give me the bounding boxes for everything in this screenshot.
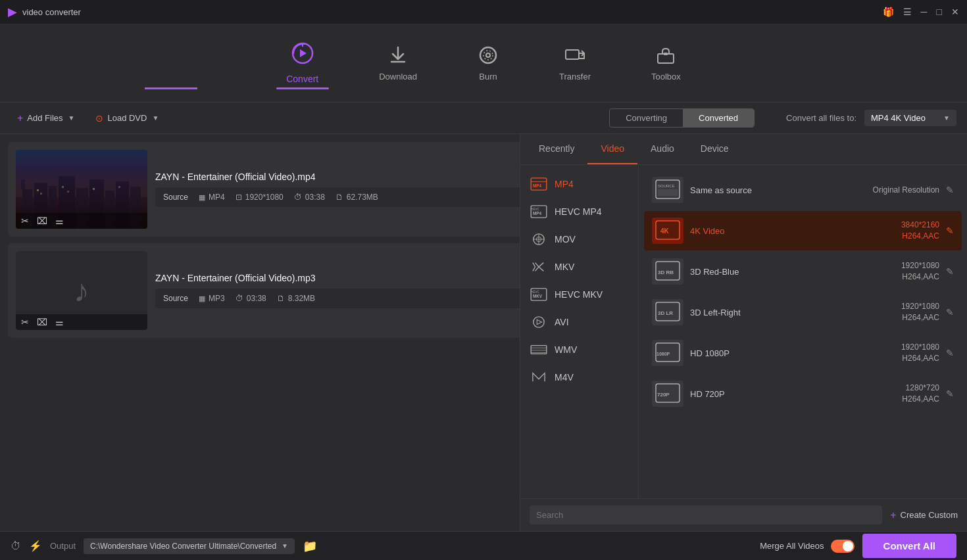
file-icon: 🗋 — [277, 294, 285, 303]
svg-text:3D RB: 3D RB — [658, 269, 674, 275]
burn-nav-label: Burn — [479, 72, 497, 82]
hd-1080p-label: HD 1080P — [690, 348, 901, 358]
nav-item-download[interactable]: Download — [368, 39, 428, 87]
app-title: video converter — [22, 7, 81, 17]
format-list-item-hevc-mp4[interactable]: HEVC MP4 HEVC MP4 — [520, 198, 638, 225]
maximize-icon[interactable]: □ — [937, 7, 942, 17]
format-option-4k[interactable]: 4K 4K Video 3840*2160H264,AAC ✎ — [644, 211, 962, 250]
resolution-icon: ⊡ — [236, 193, 242, 202]
clock-icon: ⏱ — [294, 193, 302, 202]
tab-converting[interactable]: Converting — [610, 109, 683, 127]
hd-720p-res: 1280*720H264,AAC — [902, 383, 939, 405]
convert-all-to-label: Convert all files to: — [786, 113, 856, 123]
format-list-item-mp4[interactable]: MP4 MP4 — [520, 170, 638, 198]
tab-video[interactable]: Video — [587, 134, 637, 164]
cut-icon[interactable]: ✂ — [21, 317, 29, 327]
crop-icon[interactable]: ⌧ — [37, 317, 47, 327]
app-icon: ▶ — [8, 5, 17, 19]
format-option-same-source[interactable]: SOURCE Same as source Original Resolutio… — [644, 170, 962, 210]
gift-icon[interactable]: 🎁 — [883, 7, 894, 17]
format-dropdown-icon: ▼ — [943, 114, 950, 122]
hd-1080p-format-icon: 1080P — [652, 340, 683, 366]
add-files-dropdown-icon[interactable]: ▼ — [68, 114, 75, 122]
format-list: MP4 MP4 HEVC MP4 HEVC MP4 — [520, 165, 639, 498]
nav-item-convert[interactable]: Convert — [276, 36, 329, 89]
edit-icon-3d-rb[interactable]: ✎ — [946, 266, 954, 277]
tab-converted[interactable]: Converted — [683, 109, 754, 127]
minimize-icon[interactable]: ─ — [921, 7, 928, 17]
svg-text:MKV: MKV — [533, 294, 543, 298]
load-dvd-button[interactable]: ⊙ Load DVD ▼ — [89, 109, 165, 128]
selected-format-label: MP4 4K Video — [871, 113, 926, 123]
format-list-item-wmv[interactable]: WMV — [520, 336, 638, 363]
format-option-3d-rb[interactable]: 3D RB 3D Red-Blue 1920*1080H264,AAC ✎ — [644, 252, 962, 291]
format-label-mov: MOV — [555, 234, 576, 245]
format-option-hd-1080p[interactable]: 1080P HD 1080P 1920*1080H264,AAC ✎ — [644, 333, 962, 373]
crop-icon[interactable]: ⌧ — [37, 216, 47, 226]
4k-format-icon: 4K — [652, 218, 683, 244]
convert-nav-label: Convert — [286, 74, 318, 84]
merge-section: Merge All Videos — [760, 540, 854, 553]
hd-1080p-res: 1920*1080H264,AAC — [901, 342, 939, 364]
plus-icon: + — [17, 112, 23, 124]
toolbox-nav-label: Toolbox — [651, 72, 681, 82]
tab-audio[interactable]: Audio — [637, 134, 687, 164]
menu-icon[interactable]: ☰ — [903, 7, 912, 17]
load-dvd-dropdown-icon[interactable]: ▼ — [152, 114, 159, 122]
avi-icon — [530, 315, 548, 329]
main-area: ✂ ⌧ ⚌ ZAYN - Entertainer (Official Video… — [0, 134, 967, 531]
close-icon[interactable]: ✕ — [951, 7, 959, 17]
format-list-item-m4v[interactable]: M4V — [520, 363, 638, 391]
edit-icon-4k[interactable]: ✎ — [946, 225, 954, 236]
format-option-hd-720p[interactable]: 720P HD 720P 1280*720H264,AAC ✎ — [644, 374, 962, 413]
edit-icon-3d-lr[interactable]: ✎ — [946, 307, 954, 317]
svg-text:HEVC: HEVC — [531, 291, 539, 294]
format-label-wmv: WMV — [555, 344, 577, 355]
edit-icon-same-source[interactable]: ✎ — [946, 185, 954, 195]
meta-size: 🗋 8.32MB — [277, 294, 315, 303]
tab-device[interactable]: Device — [687, 134, 742, 164]
add-files-button[interactable]: + Add Files ▼ — [11, 108, 81, 128]
source-label: Source — [163, 294, 188, 303]
svg-text:HEVC: HEVC — [531, 208, 539, 211]
mkv-icon — [530, 260, 548, 274]
svg-text:MP4: MP4 — [533, 211, 542, 216]
format-option-3d-lr[interactable]: 3D LR 3D Left-Right 1920*1080H264,AAC ✎ — [644, 292, 962, 332]
edit-icon-hd-1080p[interactable]: ✎ — [946, 348, 954, 358]
4k-res: 3840*2160H264,AAC — [901, 220, 939, 242]
nav-item-burn[interactable]: Burn — [467, 39, 509, 87]
transfer-nav-label: Transfer — [559, 72, 591, 82]
format-list-item-avi[interactable]: AVI — [520, 308, 638, 336]
svg-rect-5 — [658, 54, 674, 63]
cut-icon[interactable]: ✂ — [21, 216, 29, 226]
convert-all-button[interactable]: Convert All — [862, 534, 956, 558]
search-input[interactable] — [530, 505, 882, 525]
svg-point-2 — [486, 53, 490, 57]
format-list-item-mkv[interactable]: MKV — [520, 253, 638, 281]
bolt-icon[interactable]: ⚡ — [29, 540, 42, 552]
3d-rb-format-icon: 3D RB — [652, 258, 683, 285]
format-list-item-hevc-mkv[interactable]: HEVC MKV HEVC MKV — [520, 281, 638, 308]
merge-toggle[interactable] — [831, 540, 855, 553]
edit-icon-hd-720p[interactable]: ✎ — [946, 388, 954, 399]
svg-rect-46 — [658, 189, 678, 196]
effects-icon[interactable]: ⚌ — [55, 317, 64, 327]
output-path[interactable]: C:\Wondershare Video Converter Ultimate\… — [84, 538, 295, 554]
format-list-item-mov[interactable]: MOV — [520, 225, 638, 253]
3d-lr-format-icon: 3D LR — [652, 299, 683, 325]
nav-item-transfer[interactable]: Transfer — [549, 39, 601, 87]
effects-icon[interactable]: ⚌ — [55, 216, 64, 226]
create-custom-button[interactable]: + Create Custom — [890, 509, 958, 521]
folder-icon[interactable]: 📁 — [303, 539, 317, 553]
format-label-m4v: M4V — [555, 372, 574, 383]
hd-720p-format-icon: 720P — [652, 381, 683, 407]
svg-text:4K: 4K — [660, 227, 670, 235]
tab-recently[interactable]: Recently — [526, 134, 587, 164]
hd-720p-label: HD 720P — [690, 389, 902, 399]
nav-item-toolbox[interactable]: Toolbox — [641, 39, 691, 87]
meta-duration: ⏱ 03:38 — [294, 193, 325, 202]
clock-bottom-icon[interactable]: ⏱ — [11, 540, 21, 552]
3d-lr-res: 1920*1080H264,AAC — [901, 301, 939, 323]
format-selector[interactable]: MP4 4K Video ▼ — [864, 110, 956, 126]
convert-nav-icon — [291, 41, 314, 70]
